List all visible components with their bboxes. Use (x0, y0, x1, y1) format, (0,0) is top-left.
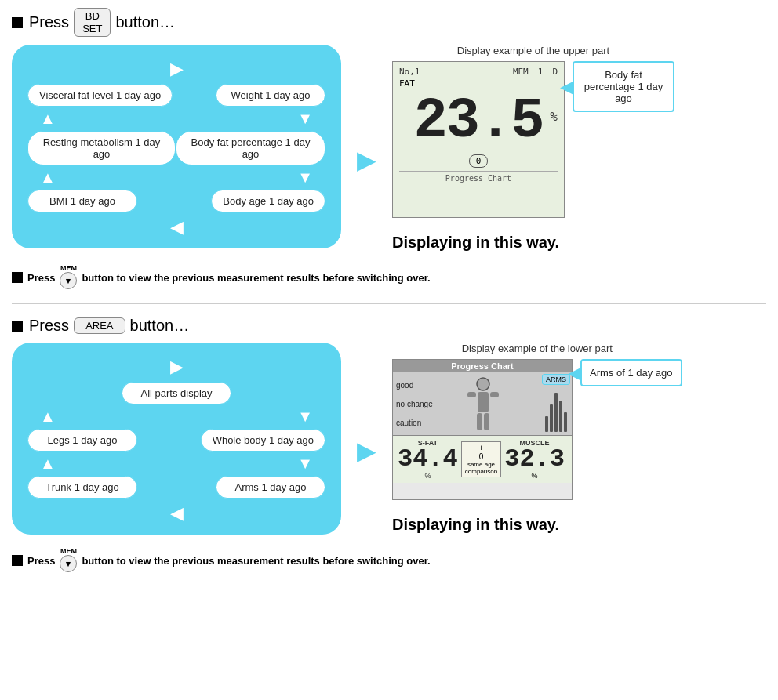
svg-rect-4 (477, 413, 482, 430)
cycle-row-1: Visceral fat level 1 day ago Weight 1 da… (27, 84, 325, 107)
callout-text-1: Body fat percentage 1 day ago (584, 69, 663, 104)
weight-item: Weight 1 day ago (216, 84, 325, 107)
lcd-same-age: same age (467, 461, 495, 468)
cycle-row-2-mid: Legs 1 day ago Whole body 1 day ago (27, 429, 325, 452)
lcd-one: 1 (538, 67, 544, 77)
arrow-top-icon: ▶ (27, 59, 325, 79)
lcd-plus-zero-box: + 0 same age comparison (461, 441, 501, 477)
mem-arrow-2: ▾ (66, 559, 71, 569)
button-suffix-2: button… (130, 317, 190, 335)
lcd-caution-label: caution (396, 419, 433, 427)
lcd-lower-labels: good no change caution (393, 372, 436, 435)
lcd-display-1: No,1 MEM 1 D FAT 23.5 % 0 Progress Chart (392, 61, 565, 218)
note-black-square (12, 272, 23, 283)
divider (12, 303, 766, 304)
lcd-sfat: S-FAT 34.4 % (398, 439, 458, 480)
press-label: Press (29, 13, 69, 31)
lcd-zero-label: 0 (479, 452, 484, 461)
note-line-1: Press MEM ▾ button to view the previous … (12, 266, 766, 289)
section2: Press AREA button… ▶ All parts display ▲… (12, 317, 766, 572)
lcd-lower-body: good no change caution ARMS (393, 372, 572, 435)
callout-arrow-2-icon: ◀ (568, 363, 581, 383)
cycle-row-2: Resting metabolism 1 day ago Body fat pe… (27, 131, 325, 165)
area-button[interactable]: AREA (74, 317, 125, 334)
legs-item: Legs 1 day ago (27, 429, 137, 452)
cycle-row-2-arrows-1: ▲ ▼ (27, 408, 325, 426)
lcd-lower-bottom: S-FAT 34.4 % + 0 same age comparison MUS… (393, 435, 572, 483)
black-square-icon (12, 17, 23, 28)
lcd-display-lower: Progress Chart good no change caution AR… (392, 359, 573, 500)
svg-rect-5 (484, 413, 489, 430)
arrow-down-2-right2-icon: ▼ (297, 455, 313, 473)
mem-button-2[interactable]: ▾ (60, 555, 77, 572)
lcd-progress-zero: 0 (399, 154, 558, 168)
arrow-up-2-left-icon: ▲ (40, 408, 56, 426)
press-label-2: Press (29, 317, 69, 335)
display-box-wrapper-2: Progress Chart good no change caution AR… (392, 359, 682, 500)
mem-small-label-1: MEM (60, 264, 77, 272)
svg-rect-1 (478, 392, 489, 412)
callout-text-2: Arms of 1 day ago (590, 367, 673, 379)
lcd-fat-label: FAT (399, 78, 558, 89)
mem-button-1[interactable]: ▾ (60, 272, 77, 289)
mem-arrow-1: ▾ (66, 276, 71, 286)
all-parts-item: All parts display (122, 382, 231, 404)
bmi-item: BMI 1 day ago (27, 190, 137, 212)
resting-metabolism-item: Resting metabolism 1 day ago (27, 131, 176, 165)
bd-set-button[interactable]: BD SET (74, 8, 111, 37)
note-suffix-2: button to view the previous measurement … (82, 555, 430, 567)
lcd-zero: 0 (469, 154, 489, 168)
lcd-progress-chart-header: Progress Chart (393, 360, 572, 372)
mem-wrapper-2: MEM ▾ (60, 555, 77, 572)
arms-item: Arms 1 day ago (216, 476, 325, 499)
cycle-row-2-top: All parts display (27, 382, 325, 404)
visceral-fat-item: Visceral fat level 1 day ago (27, 84, 173, 107)
bar5 (564, 412, 567, 432)
section1-content: ▶ Visceral fat level 1 day ago Weight 1 … (12, 45, 766, 252)
cycle-diagram-1: ▶ Visceral fat level 1 day ago Weight 1 … (12, 45, 341, 248)
mem-wrapper-1: MEM ▾ (60, 272, 77, 289)
arrow-up-2-left2-icon: ▲ (40, 455, 56, 473)
lcd-plus-label: + (479, 444, 484, 452)
lcd-mem: MEM (513, 67, 529, 77)
arrow-down-right-icon: ▼ (297, 110, 313, 128)
black-square-2-icon (12, 321, 23, 332)
area-label: AREA (85, 320, 113, 332)
arrow-bottom-2-icon: ◀ (27, 503, 325, 524)
lcd-muscle-num: 32.3 (504, 447, 565, 472)
lcd-no: No,1 (399, 67, 420, 77)
lcd-lower-chart: ARMS (436, 372, 572, 435)
displaying-text-1: Displaying in this way. (392, 234, 559, 252)
section2-content: ▶ All parts display ▲ ▼ Legs 1 day ago W… (12, 343, 766, 535)
lcd-comparison: comparison (465, 468, 497, 475)
arrow-down-right2-icon: ▼ (297, 169, 313, 187)
arrow-bottom-icon: ◀ (27, 217, 325, 238)
lcd-muscle-pct: % (532, 472, 538, 480)
cycle-diagram-2: ▶ All parts display ▲ ▼ Legs 1 day ago W… (12, 343, 341, 535)
lcd-percent: % (550, 109, 558, 124)
svg-rect-2 (467, 392, 476, 397)
display-box-wrapper-1: No,1 MEM 1 D FAT 23.5 % 0 Progress Chart (392, 61, 674, 218)
note-press-2: Press (27, 555, 55, 567)
cycle-row-arrows-2: ▲ ▼ (27, 169, 325, 187)
figure-svg (460, 376, 507, 435)
lcd-sfat-pct: % (424, 472, 431, 480)
note-line-2: Press MEM ▾ button to view the previous … (12, 549, 766, 572)
cycle-row-3: BMI 1 day ago Body age 1 day ago (27, 190, 325, 212)
lcd-d: D (552, 67, 558, 77)
arms-badge: ARMS (542, 374, 570, 385)
svg-rect-3 (490, 392, 499, 397)
bd-label: BD (85, 10, 100, 23)
bar2 (550, 404, 553, 432)
note-press-1: Press (27, 272, 55, 284)
body-age-item: Body age 1 day ago (211, 190, 325, 212)
lcd-nochange-label: no change (396, 400, 433, 408)
set-label: SET (82, 23, 102, 35)
lcd-sfat-num: 34.4 (398, 447, 458, 472)
whole-body-item: Whole body 1 day ago (201, 429, 325, 452)
arrow-down-2-right-icon: ▼ (297, 408, 313, 426)
section1: Press BD SET button… ▶ Visceral fat leve… (12, 8, 766, 289)
lcd-top-row: No,1 MEM 1 D (399, 67, 558, 77)
lcd-progress-chart-label: Progress Chart (399, 171, 558, 183)
pointer-arrow-1: ▶ (357, 145, 376, 175)
